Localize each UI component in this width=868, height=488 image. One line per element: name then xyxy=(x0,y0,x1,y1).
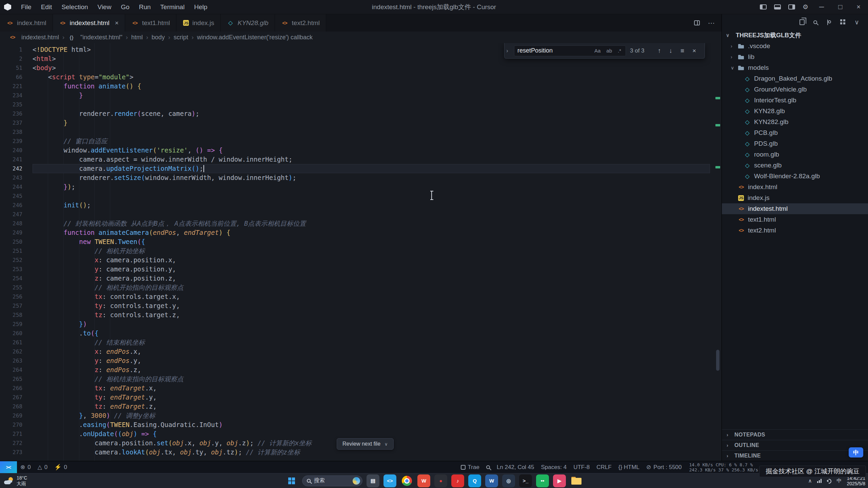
taskbar-app-chrome[interactable] xyxy=(400,474,413,487)
regex-icon[interactable]: .* xyxy=(616,47,623,54)
line-number[interactable]: 265 xyxy=(0,374,22,384)
line-number[interactable]: 252 xyxy=(0,256,22,265)
line-number[interactable]: 234 xyxy=(0,91,22,100)
maximize-button[interactable]: □ xyxy=(835,3,846,11)
taskbar-app-player[interactable]: ▶ xyxy=(553,474,566,487)
line-number[interactable]: 272 xyxy=(0,439,22,448)
code-line-234[interactable]: 234 } xyxy=(0,91,722,100)
code-line-239[interactable]: 239 // 窗口自适应 xyxy=(0,137,722,146)
line-number[interactable]: 257 xyxy=(0,301,22,310)
code-line-51[interactable]: 51<body> xyxy=(0,63,722,73)
status-trae[interactable]: Trae xyxy=(457,461,483,473)
status-ports[interactable]: ⚡0 xyxy=(51,461,71,473)
menu-run[interactable]: Run xyxy=(135,2,155,12)
toggle-replace-icon[interactable]: › xyxy=(505,43,510,58)
code-line-252[interactable]: 252 x: camera.position.x, xyxy=(0,256,722,265)
toggle-right-panel-icon[interactable] xyxy=(788,4,795,9)
scrollbar-thumb[interactable] xyxy=(716,350,719,371)
minimize-button[interactable]: ─ xyxy=(816,3,827,11)
taskbar-app-wechat[interactable]: •• xyxy=(536,474,549,487)
taskbar-app-word[interactable]: W xyxy=(485,474,498,487)
taskbar-app-qq[interactable]: Q xyxy=(468,474,481,487)
breadcrumb-item[interactable]: body xyxy=(152,34,165,41)
section-notepads[interactable]: ›NOTEPADS xyxy=(722,429,868,440)
match-case-icon[interactable]: Aa xyxy=(593,47,602,54)
taskbar-app-vscode[interactable]: <> xyxy=(383,474,396,487)
review-next-file-button[interactable]: Review next file ∨ xyxy=(337,438,394,450)
line-number[interactable]: 2 xyxy=(0,54,22,63)
tree-item-scene.glb[interactable]: ◇scene.glb xyxy=(722,160,868,171)
tab-text2.html[interactable]: <>text2.html xyxy=(275,14,326,32)
close-window-button[interactable]: × xyxy=(853,3,864,11)
line-number[interactable]: 268 xyxy=(0,402,22,411)
line-number[interactable]: 51 xyxy=(0,63,22,73)
line-number[interactable]: 242 xyxy=(0,164,22,173)
chevron-down-icon[interactable]: ∨ xyxy=(854,18,859,26)
find-previous-icon[interactable]: ↑ xyxy=(656,46,663,55)
line-number[interactable]: 238 xyxy=(0,127,22,137)
tab-text1.html[interactable]: <>text1.html xyxy=(125,14,176,32)
taskbar-search-box[interactable]: 搜索 xyxy=(302,475,362,486)
editor[interactable]: 1<!DOCTYPE html>2<html>51<body>66 <scrip… xyxy=(0,43,722,461)
line-number[interactable]: 241 xyxy=(0,155,22,164)
taskbar-app-qq-music[interactable]: ● xyxy=(434,474,447,487)
line-number[interactable]: 270 xyxy=(0,420,22,429)
status-warnings[interactable]: △0 xyxy=(34,461,51,473)
line-number[interactable]: 258 xyxy=(0,310,22,320)
code-line-258[interactable]: 258 tz: controls.target.z, xyxy=(0,310,722,320)
line-number[interactable]: 251 xyxy=(0,246,22,256)
menu-file[interactable]: File xyxy=(17,2,36,12)
taskbar-app-wps[interactable]: W xyxy=(417,474,430,487)
tree-item-index.js[interactable]: JSindex.js xyxy=(722,192,868,203)
code-line-244[interactable]: 244 }); xyxy=(0,182,722,191)
code-line-257[interactable]: 257 ty: controls.target.y, xyxy=(0,301,722,310)
tray-ime-indicator[interactable]: 中 xyxy=(837,477,842,484)
line-number[interactable]: 253 xyxy=(0,265,22,274)
find-next-icon[interactable]: ↓ xyxy=(667,46,675,55)
line-number[interactable]: 267 xyxy=(0,393,22,402)
line-number[interactable]: 240 xyxy=(0,146,22,155)
tree-item-PDS.glb[interactable]: ◇PDS.glb xyxy=(722,138,868,149)
line-number[interactable]: 266 xyxy=(0,384,22,393)
tree-item-Wolf-Blender-2.82a.glb[interactable]: ◇Wolf-Blender-2.82a.glb xyxy=(722,171,868,182)
line-number[interactable]: 269 xyxy=(0,411,22,420)
status-live-server-port[interactable]: ⊘Port : 5500 xyxy=(643,461,685,473)
code-line-242[interactable]: 242 camera.updateProjectionMatrix(); xyxy=(0,164,722,173)
line-number[interactable]: 237 xyxy=(0,118,22,127)
tree-item-text1.html[interactable]: <>text1.html xyxy=(722,214,868,225)
code-line-268[interactable]: 268 tz: endTarget.z, xyxy=(0,402,722,411)
whole-word-icon[interactable]: ab xyxy=(605,47,613,54)
code-line-256[interactable]: 256 tx: controls.target.x, xyxy=(0,292,722,301)
source-control-icon[interactable] xyxy=(826,19,831,25)
tray-chevron-up-icon[interactable]: ∧ xyxy=(808,478,812,484)
tree-item-.vscode[interactable]: ›.vscode xyxy=(722,41,868,52)
status-cursor-position[interactable]: Ln 242, Col 45 xyxy=(493,461,538,473)
code-line-254[interactable]: 254 z: camera.position.z, xyxy=(0,274,722,283)
code-line-236[interactable]: 236 renderer.render(scene, camera); xyxy=(0,109,722,118)
tree-item-KYN282.glb[interactable]: ◇KYN282.glb xyxy=(722,117,868,127)
weather-widget[interactable]: 18°C 大雨 xyxy=(4,475,27,487)
code-line-246[interactable]: 246 init(); xyxy=(0,201,722,210)
code-line-260[interactable]: 260 .to({ xyxy=(0,329,722,338)
line-number[interactable]: 239 xyxy=(0,137,22,146)
section-timeline[interactable]: ›TIMELINE xyxy=(722,450,868,461)
taskbar-app-explorer[interactable] xyxy=(570,474,583,487)
tree-item-lib[interactable]: ›lib xyxy=(722,52,868,62)
code-line-241[interactable]: 241 camera.aspect = window.innerWidth / … xyxy=(0,155,722,164)
code-line-245[interactable]: 245 xyxy=(0,191,722,201)
split-editor-icon[interactable] xyxy=(694,20,700,25)
code-line-271[interactable]: 271 .onUpdate((obj) => { xyxy=(0,429,722,439)
toggle-left-panel-icon[interactable] xyxy=(760,4,767,9)
menu-terminal[interactable]: Terminal xyxy=(156,2,189,12)
tree-item-GroundVehicle.glb[interactable]: ◇GroundVehicle.glb xyxy=(722,84,868,95)
breadcrumb-item[interactable]: html xyxy=(131,34,143,41)
tree-item-KYN28.glb[interactable]: ◇KYN28.glb xyxy=(722,106,868,117)
line-number[interactable]: 273 xyxy=(0,448,22,457)
extensions-icon[interactable] xyxy=(840,19,846,25)
line-number[interactable]: 246 xyxy=(0,201,22,210)
remote-indicator[interactable]: >< xyxy=(0,461,17,473)
search-icon[interactable] xyxy=(813,20,817,24)
line-number[interactable]: 254 xyxy=(0,274,22,283)
line-number[interactable]: 249 xyxy=(0,228,22,237)
resource-monitor[interactable]: 14.0 KB/s CPU: 6 % 8.7 %242.3 KB/s 37 % … xyxy=(685,462,763,472)
